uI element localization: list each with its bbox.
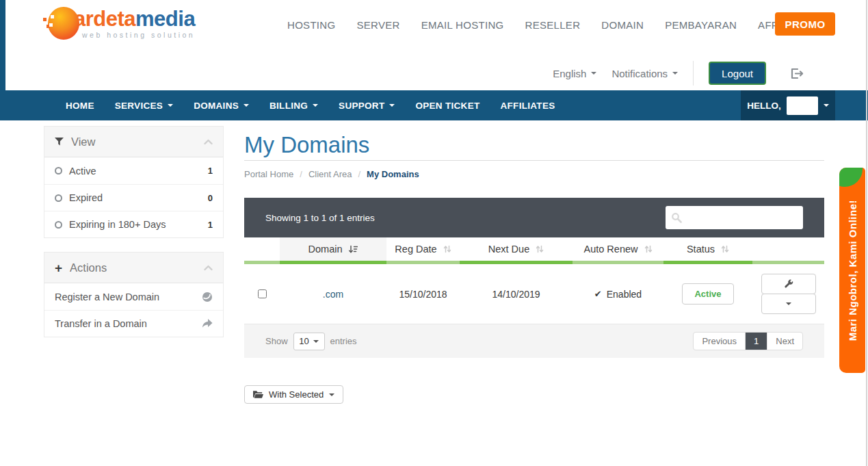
column-header-status[interactable]: Status xyxy=(663,237,752,264)
nav-label: OPEN TICKET xyxy=(415,101,479,111)
row-actions-cell xyxy=(752,264,824,324)
top-nav-item-domain[interactable]: DOMAIN xyxy=(601,19,644,31)
notifications-dropdown[interactable]: Notifications xyxy=(611,68,678,79)
search-input[interactable] xyxy=(686,213,797,223)
show-label: Show xyxy=(265,336,288,346)
nav-item-services[interactable]: SERVICES xyxy=(115,101,173,111)
nav-item-support[interactable]: SUPPORT xyxy=(339,101,395,111)
page-1-button[interactable]: 1 xyxy=(745,333,767,350)
domain-cell: .com xyxy=(280,264,386,324)
filter-label: Expired xyxy=(69,192,103,203)
table-summary: Showing 1 to 1 of 1 entries xyxy=(265,213,375,223)
action-register-domain[interactable]: Register a New Domain xyxy=(44,283,223,310)
status-cell: Active xyxy=(663,264,752,324)
row-checkbox[interactable] xyxy=(258,289,267,298)
sort-icon xyxy=(644,244,653,254)
row-checkbox-cell xyxy=(244,264,280,324)
scrollbar[interactable] xyxy=(866,0,867,466)
view-panel: View Active 1 Expired 0 Expiring in 180+… xyxy=(44,126,224,238)
breadcrumb-portal-home[interactable]: Portal Home xyxy=(244,169,293,179)
filter-label: Expiring in 180+ Days xyxy=(69,219,166,230)
filter-count: 1 xyxy=(208,220,213,230)
action-label: Transfer in a Domain xyxy=(55,318,147,329)
page-title: My Domains xyxy=(244,130,824,160)
column-header-reg-date[interactable]: Reg Date xyxy=(386,237,460,264)
next-page-button[interactable]: Next xyxy=(767,333,802,350)
action-label: Register a New Domain xyxy=(55,292,159,302)
column-label: Next Due xyxy=(488,244,529,255)
sign-out-icon[interactable] xyxy=(789,66,804,81)
filter-icon xyxy=(55,138,64,146)
top-nav-item-pembayaran[interactable]: PEMBAYARAN xyxy=(665,19,737,31)
page-size-select[interactable]: 10 xyxy=(293,333,325,350)
filter-label: Active xyxy=(69,166,96,177)
main-content: My Domains Portal Home / Client Area / M… xyxy=(244,120,824,404)
search-icon xyxy=(672,213,682,223)
auto-renew-label: Enabled xyxy=(607,289,642,300)
nav-label: SUPPORT xyxy=(339,101,384,111)
previous-page-button[interactable]: Previous xyxy=(694,333,745,350)
with-selected-button[interactable]: With Selected xyxy=(244,385,343,404)
sort-asc-icon xyxy=(348,244,358,254)
nav-item-affiliates[interactable]: AFFILIATES xyxy=(501,101,555,111)
chevron-up-icon xyxy=(204,265,213,271)
filter-count: 0 xyxy=(208,193,213,203)
column-header-next-due[interactable]: Next Due xyxy=(460,237,573,264)
caret-down-icon xyxy=(168,104,173,107)
column-header-auto-renew[interactable]: Auto Renew xyxy=(573,237,663,264)
wrench-icon xyxy=(784,279,793,289)
top-nav-item-reseller[interactable]: RESELLER xyxy=(525,19,581,31)
nav-item-domains[interactable]: DOMAINS xyxy=(194,101,249,111)
main-navbar: HOME SERVICES DOMAINS BILLING SUPPORT OP… xyxy=(0,90,868,120)
notifications-label: Notifications xyxy=(611,68,668,79)
row-dropdown-button[interactable] xyxy=(761,294,816,314)
account-menu[interactable]: HELLO, xyxy=(741,90,835,120)
nav-label: HOME xyxy=(66,101,94,111)
top-nav-item-email-hosting[interactable]: EMAIL HOSTING xyxy=(421,19,504,31)
nav-item-billing[interactable]: BILLING xyxy=(269,101,318,111)
table-footer: Show 10 entries Previous 1 Next xyxy=(244,324,824,358)
language-dropdown[interactable]: English xyxy=(553,68,596,79)
caret-down-icon xyxy=(591,72,596,75)
actions-panel-title: Actions xyxy=(70,261,107,274)
domain-link[interactable]: .com xyxy=(323,289,343,300)
top-nav-item-hosting[interactable]: HOSTING xyxy=(287,19,335,31)
nav-item-home[interactable]: HOME xyxy=(66,101,94,111)
table-toolbar: Showing 1 to 1 of 1 entries xyxy=(244,198,824,237)
top-nav: HOSTING SERVER EMAIL HOSTING RESELLER DO… xyxy=(287,12,807,37)
actions-panel: + Actions Register a New Domain Transfer… xyxy=(44,252,224,337)
filter-item-expired[interactable]: Expired 0 xyxy=(44,184,223,211)
chat-tab-label: Mari Ngobrol, Kami Online! xyxy=(847,200,858,341)
caret-down-icon xyxy=(244,104,249,107)
logo-text: ardetamedia web hosting solution xyxy=(74,8,195,39)
caret-down-icon xyxy=(824,104,829,107)
filter-item-expiring[interactable]: Expiring in 180+ Days 1 xyxy=(44,211,223,237)
logout-button[interactable]: Logout xyxy=(709,62,766,85)
manage-domain-button[interactable] xyxy=(761,274,816,294)
column-header-domain[interactable]: Domain xyxy=(280,237,386,264)
live-chat-tab[interactable]: Mari Ngobrol, Kami Online! xyxy=(839,168,865,373)
actions-panel-header[interactable]: + Actions xyxy=(44,253,223,283)
pagination: Previous 1 Next xyxy=(693,332,803,350)
language-label: English xyxy=(553,68,586,79)
next-due-cell: 14/10/2019 xyxy=(460,264,573,324)
top-nav-item-server[interactable]: SERVER xyxy=(356,19,399,31)
caret-down-icon xyxy=(329,393,334,396)
plus-icon: + xyxy=(55,261,62,274)
filter-item-active[interactable]: Active 1 xyxy=(44,157,223,184)
nav-label: BILLING xyxy=(269,101,308,111)
radio-circle-icon xyxy=(55,194,62,202)
status-active-button[interactable]: Active xyxy=(682,283,733,305)
caret-down-icon xyxy=(672,72,678,75)
breadcrumb-client-area[interactable]: Client Area xyxy=(308,169,352,179)
logo[interactable]: ardetamedia web hosting solution xyxy=(48,7,195,40)
action-transfer-domain[interactable]: Transfer in a Domain xyxy=(44,310,223,337)
promo-button[interactable]: PROMO xyxy=(775,12,835,36)
nav-item-open-ticket[interactable]: OPEN TICKET xyxy=(415,101,479,111)
caret-down-icon xyxy=(786,302,791,305)
logo-globe-icon xyxy=(48,7,79,40)
view-panel-header[interactable]: View xyxy=(44,127,223,157)
brand-tagline: web hosting solution xyxy=(74,31,195,39)
column-label: Auto Renew xyxy=(584,244,638,255)
reg-date-cell: 15/10/2018 xyxy=(386,264,460,324)
